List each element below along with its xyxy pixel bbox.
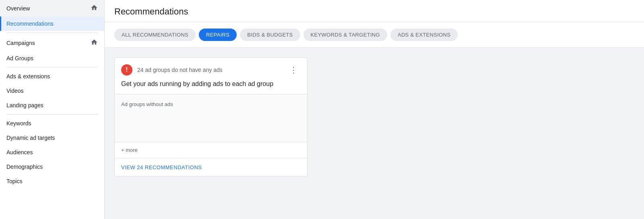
- sidebar-divider-1: [6, 33, 98, 33]
- sidebar-item-recommendations[interactable]: Recommendations: [0, 16, 104, 31]
- card-title: Get your ads running by adding ads to ea…: [115, 80, 307, 94]
- sidebar-item-dynamic-ad-targets[interactable]: Dynamic ad targets: [0, 131, 104, 145]
- tab-ads-extensions[interactable]: ADS & EXTENSIONS: [390, 29, 458, 41]
- recommendation-card: ! 24 ad groups do not have any ads ⋮ Get…: [114, 57, 308, 176]
- tab-bids-budgets[interactable]: BIDS & BUDGETS: [240, 29, 300, 41]
- sidebar-item-landing-pages[interactable]: Landing pages: [0, 98, 104, 113]
- sidebar-divider-2: [6, 67, 98, 68]
- filter-tabs: ALL RECOMMENDATIONS REPAIRS BIDS & BUDGE…: [105, 22, 644, 48]
- card-alert-text: 24 ad groups do not have any ads: [137, 67, 281, 73]
- view-recommendations-button[interactable]: VIEW 24 RECOMMENDATIONS: [121, 164, 202, 170]
- sidebar-item-videos[interactable]: Videos: [0, 84, 104, 98]
- content-area: ! 24 ad groups do not have any ads ⋮ Get…: [105, 48, 644, 219]
- more-link[interactable]: + more: [121, 147, 138, 153]
- card-action: VIEW 24 RECOMMENDATIONS: [115, 158, 307, 176]
- alert-icon: !: [121, 64, 132, 76]
- sidebar-divider-3: [6, 114, 98, 115]
- sidebar-item-overview[interactable]: Overview: [0, 0, 104, 16]
- page-title: Recommendations: [114, 6, 634, 22]
- tab-repairs[interactable]: REPAIRS: [199, 29, 237, 41]
- sidebar-item-ads-extensions[interactable]: Ads & extensions: [0, 69, 104, 84]
- main-content: Recommendations ALL RECOMMENDATIONS REPA…: [105, 0, 644, 219]
- card-more-button[interactable]: ⋮: [286, 64, 301, 76]
- card-body: Ad groups without ads: [115, 94, 307, 142]
- page-header: Recommendations: [105, 0, 644, 22]
- tab-keywords-targeting[interactable]: KEYWORDS & TARGETING: [303, 29, 387, 41]
- sidebar-item-audiences[interactable]: Audiences: [0, 145, 104, 160]
- sidebar-item-ad-groups[interactable]: Ad Groups: [0, 51, 104, 65]
- home-icon: [91, 4, 98, 12]
- card-header: ! 24 ad groups do not have any ads ⋮: [115, 58, 307, 80]
- sidebar-item-campaigns[interactable]: Campaigns: [0, 35, 104, 51]
- sidebar-item-topics[interactable]: Topics: [0, 174, 104, 188]
- sidebar-item-keywords[interactable]: Keywords: [0, 116, 104, 131]
- card-footer: + more: [115, 142, 307, 158]
- sidebar: Overview Recommendations Campaigns Ad Gr…: [0, 0, 105, 219]
- sidebar-item-demographics[interactable]: Demographics: [0, 160, 104, 174]
- campaigns-home-icon: [91, 39, 98, 47]
- tab-all-recommendations[interactable]: ALL RECOMMENDATIONS: [114, 29, 196, 41]
- card-body-label: Ad groups without ads: [121, 101, 173, 107]
